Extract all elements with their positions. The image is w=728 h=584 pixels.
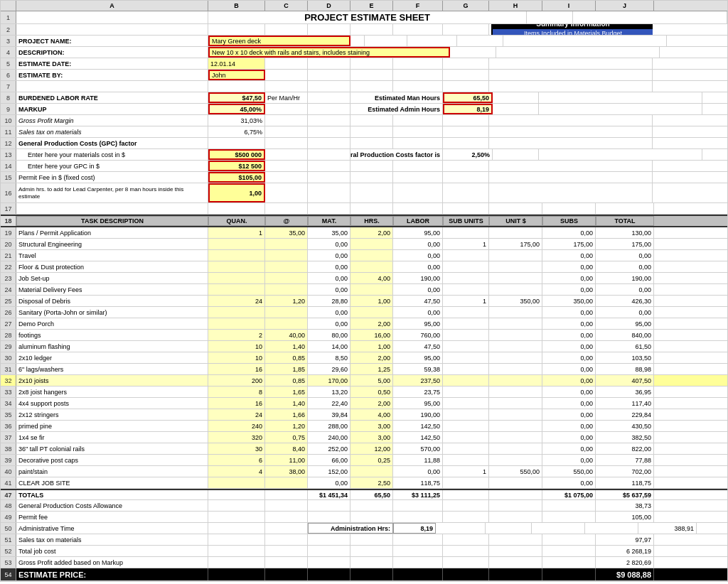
summary-subtitle: Items Included in Materials Budget (493, 29, 653, 36)
row-13: 13 Enter here your materials cost in $ $… (1, 149, 727, 161)
cell-14f (393, 161, 443, 171)
cell-14b-value[interactable]: $12 500 (208, 161, 265, 171)
col-header-d: D (308, 1, 350, 11)
cell-3-summary (503, 36, 667, 46)
cell-8-summary (539, 92, 702, 103)
spreadsheet: A B C D E F G H I J 1 PROJECT ESTIMATE S… (0, 0, 728, 582)
cell-11a-label: Sales tax on materials (16, 126, 208, 137)
cell-17g (443, 203, 489, 214)
row-1: 1 PROJECT ESTIMATE SHEET (1, 11, 727, 24)
row-num-6: 6 (1, 70, 16, 80)
cell-7f (393, 81, 443, 92)
cell-7c (265, 81, 308, 92)
cell-8b-value[interactable]: $47,50 (208, 92, 265, 103)
task-20-at (265, 239, 308, 249)
row-2: 2 Summary Information Items Included in … (1, 24, 727, 36)
row48-value: 38,73 (596, 500, 654, 511)
cell-10d (308, 115, 350, 126)
cell-17b (208, 203, 265, 214)
cell-4g (450, 47, 496, 58)
cell-8a-label: BURDENED LABOR RATE (16, 92, 208, 103)
row-37: 37 1x4 se fir 320 0,75 240,00 3,00 142,5… (1, 432, 727, 443)
cell-15b-value[interactable]: $105,00 (208, 172, 265, 183)
col-header-h: H (489, 1, 542, 11)
cell-8c-per-man: Per Man/Hr (265, 92, 308, 103)
col-header-i: I (542, 1, 596, 11)
cell-16a-label: Admin hrs. to add for Lead Carpenter, pe… (16, 183, 208, 202)
cell-4a-label: DESCRIPTION: (16, 47, 208, 58)
cell-5b-value[interactable]: 12.01.14 (208, 58, 265, 69)
cell-5a-label: ESTIMATE DATE: (16, 58, 208, 69)
row52-label: Total job cost (16, 546, 208, 556)
cell-12-summary (489, 138, 653, 148)
cell-10-summary (489, 115, 653, 126)
cell-9b-value[interactable]: 45,00% (208, 104, 265, 114)
cell-5c (265, 58, 308, 69)
row-33: 33 2x8 joist hangers 8 1,65 13,20 0,50 2… (1, 386, 727, 398)
cell-5-summary (489, 58, 653, 69)
cell-1g (527, 11, 573, 23)
cell-12d (308, 138, 350, 148)
col-header-b: B (208, 1, 265, 11)
cell-6f (393, 70, 443, 80)
row-5: 5 ESTIMATE DATE: 12.01.14 (1, 58, 727, 70)
cell-2-summary: Summary Information Items Included in Ma… (489, 24, 653, 35)
row-16: 16 Admin hrs. to add for Lead Carpenter,… (1, 183, 727, 203)
cell-15c (265, 172, 308, 183)
cell-14e (350, 161, 393, 171)
row-35: 35 2x12 stringers 24 1,66 39,84 4,00 190… (1, 409, 727, 421)
cell-14c (265, 161, 308, 171)
cell-16b-value[interactable]: 1,00 (208, 183, 265, 202)
row-num-1: 1 (1, 11, 16, 23)
row48-label: General Production Costs Allowance (16, 500, 208, 511)
cell-7e (350, 81, 393, 92)
estimate-price-value: $9 088,88 (596, 568, 654, 580)
cell-10b-value: 31,03% (208, 115, 265, 126)
col-header-total: TOTAL (596, 216, 654, 226)
row-21: 21 Travel 0,00 0,00 0,00 0,00 (1, 250, 727, 261)
col-header-hrs: HRS. (350, 216, 393, 226)
cell-11-summary (489, 126, 653, 137)
row49-label: Permit fee (16, 512, 208, 522)
task-21-mat: 0,00 (308, 250, 350, 261)
col-header-at: @ (265, 216, 308, 226)
col-header-mat: MAT. (308, 216, 350, 226)
row-11: 11 Sales tax on materials 6,75% (1, 126, 727, 138)
cell-17h (489, 203, 542, 214)
cell-4b-value[interactable]: New 10 x 10 deck with rails and stairs, … (208, 47, 450, 58)
estimate-price-label: ESTIMATE PRICE: (16, 568, 208, 580)
row-54-estimate-price: 54 ESTIMATE PRICE: $9 088,88 (1, 568, 727, 581)
cell-3g (457, 36, 503, 46)
col-header-a: A (16, 1, 208, 11)
task-21-total: 0,00 (596, 250, 654, 261)
cell-13a-label: Enter here your materials cost in $ (16, 149, 208, 160)
row53-label: Gross Profit added based on Markup (16, 557, 208, 568)
row-51: 51 Sales tax on materials 97,97 (1, 534, 727, 546)
task-20-mat: 0,00 (308, 239, 350, 249)
row-num-15: 15 (1, 172, 16, 183)
cell-6b-value[interactable]: John (208, 70, 265, 80)
row-9: 9 MARKUP 45,00% Estimated Admin Hours 8,… (1, 104, 727, 115)
cell-7b (208, 81, 265, 92)
row50-value: 388,91 (638, 523, 697, 534)
cell-11g (443, 126, 489, 137)
task-19-at: 35,00 (265, 227, 308, 238)
cell-9e-admin-hrs-label: Estimated Admin Hours (350, 104, 443, 114)
cell-3e (365, 36, 407, 46)
cell-17f (393, 203, 443, 214)
row-num-13: 13 (1, 149, 16, 160)
cell-10a-label: Gross Profit Margin (16, 115, 208, 126)
cell-7a (16, 81, 208, 92)
cell-1a (16, 11, 208, 23)
row-50: 50 Administrative Time Administration Hr… (1, 523, 727, 534)
cell-15-summary (489, 172, 653, 183)
cell-14-summary (489, 161, 653, 171)
row-28: 28 footings 2 40,00 80,00 16,00 760,00 0… (1, 330, 727, 341)
row50-label: Administrative Time (16, 523, 208, 534)
row-27: 27 Demo Porch 0,00 2,00 95,00 0,00 95,00 (1, 318, 727, 330)
task-21-desc: Travel (16, 250, 208, 261)
cell-3b-value[interactable]: Mary Green deck (208, 36, 350, 46)
spreadsheet-wrapper: A B C D E F G H I J 1 PROJECT ESTIMATE S… (0, 0, 728, 582)
cell-13b-value[interactable]: $500 000 (208, 149, 265, 160)
row49-value: 105,00 (596, 512, 654, 522)
